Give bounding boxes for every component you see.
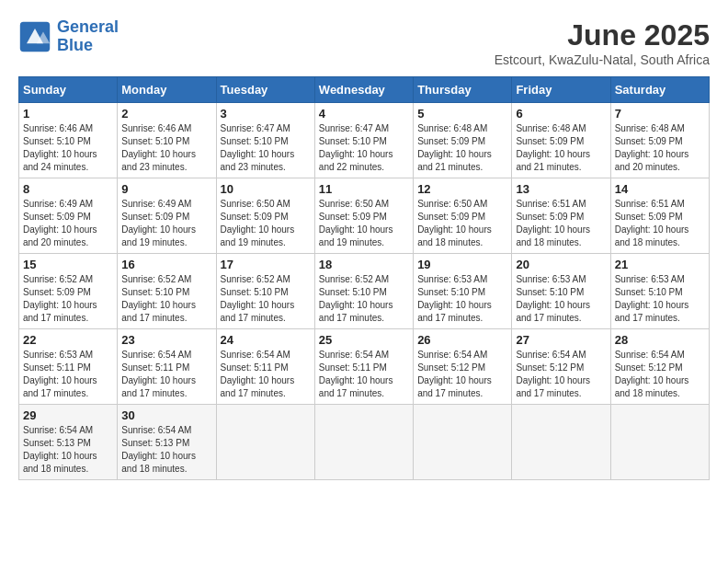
day-info: Sunrise: 6:54 AM Sunset: 5:13 PM Dayligh… bbox=[121, 424, 211, 476]
calendar-cell: 29 Sunrise: 6:54 AM Sunset: 5:13 PM Dayl… bbox=[19, 405, 118, 480]
day-number: 6 bbox=[516, 107, 606, 121]
day-number: 25 bbox=[319, 333, 409, 347]
day-number: 20 bbox=[516, 258, 606, 271]
day-info: Sunrise: 6:48 AM Sunset: 5:09 PM Dayligh… bbox=[615, 122, 705, 174]
day-info: Sunrise: 6:48 AM Sunset: 5:09 PM Dayligh… bbox=[516, 122, 606, 174]
day-number: 17 bbox=[221, 258, 311, 271]
day-number: 29 bbox=[23, 408, 113, 422]
calendar-cell: 1 Sunrise: 6:46 AM Sunset: 5:10 PM Dayli… bbox=[19, 103, 118, 178]
logo-line1: General bbox=[57, 17, 119, 36]
day-info: Sunrise: 6:52 AM Sunset: 5:10 PM Dayligh… bbox=[221, 273, 311, 325]
calendar-cell bbox=[610, 405, 709, 480]
month-title: June 2025 bbox=[495, 18, 710, 52]
calendar-cell: 20 Sunrise: 6:53 AM Sunset: 5:10 PM Dayl… bbox=[512, 254, 610, 329]
calendar-cell: 14 Sunrise: 6:51 AM Sunset: 5:09 PM Dayl… bbox=[610, 178, 709, 254]
day-info: Sunrise: 6:52 AM Sunset: 5:10 PM Dayligh… bbox=[121, 273, 211, 325]
day-number: 10 bbox=[221, 182, 311, 196]
calendar-header-wednesday: Wednesday bbox=[314, 77, 413, 103]
logo-line2: Blue bbox=[57, 36, 93, 54]
day-info: Sunrise: 6:47 AM Sunset: 5:10 PM Dayligh… bbox=[319, 122, 409, 174]
calendar-header-thursday: Thursday bbox=[414, 77, 512, 103]
day-number: 19 bbox=[417, 258, 507, 271]
day-number: 27 bbox=[516, 333, 606, 347]
day-info: Sunrise: 6:49 AM Sunset: 5:09 PM Dayligh… bbox=[121, 198, 211, 249]
calendar-cell: 17 Sunrise: 6:52 AM Sunset: 5:10 PM Dayl… bbox=[216, 254, 314, 329]
day-info: Sunrise: 6:50 AM Sunset: 5:09 PM Dayligh… bbox=[319, 198, 409, 249]
calendar-cell: 30 Sunrise: 6:54 AM Sunset: 5:13 PM Dayl… bbox=[118, 405, 216, 480]
calendar-cell: 18 Sunrise: 6:52 AM Sunset: 5:10 PM Dayl… bbox=[314, 254, 413, 329]
calendar-cell bbox=[314, 405, 413, 480]
day-info: Sunrise: 6:54 AM Sunset: 5:13 PM Dayligh… bbox=[23, 424, 113, 476]
day-info: Sunrise: 6:54 AM Sunset: 5:11 PM Dayligh… bbox=[121, 349, 211, 400]
day-info: Sunrise: 6:50 AM Sunset: 5:09 PM Dayligh… bbox=[417, 198, 507, 249]
day-info: Sunrise: 6:46 AM Sunset: 5:10 PM Dayligh… bbox=[23, 122, 113, 174]
calendar-cell: 21 Sunrise: 6:53 AM Sunset: 5:10 PM Dayl… bbox=[610, 254, 709, 329]
day-info: Sunrise: 6:53 AM Sunset: 5:11 PM Dayligh… bbox=[23, 349, 113, 400]
day-number: 16 bbox=[121, 258, 211, 271]
calendar-week-row: 8 Sunrise: 6:49 AM Sunset: 5:09 PM Dayli… bbox=[19, 178, 710, 254]
calendar-header-monday: Monday bbox=[118, 77, 216, 103]
day-number: 1 bbox=[23, 107, 113, 121]
calendar-cell: 7 Sunrise: 6:48 AM Sunset: 5:09 PM Dayli… bbox=[610, 103, 709, 178]
day-number: 23 bbox=[121, 333, 211, 347]
calendar-cell: 19 Sunrise: 6:53 AM Sunset: 5:10 PM Dayl… bbox=[414, 254, 512, 329]
day-info: Sunrise: 6:53 AM Sunset: 5:10 PM Dayligh… bbox=[417, 273, 507, 325]
day-number: 26 bbox=[417, 333, 507, 347]
calendar-header-saturday: Saturday bbox=[610, 77, 709, 103]
calendar-cell: 3 Sunrise: 6:47 AM Sunset: 5:10 PM Dayli… bbox=[216, 103, 314, 178]
calendar-header-friday: Friday bbox=[512, 77, 610, 103]
day-number: 4 bbox=[319, 107, 409, 121]
day-info: Sunrise: 6:54 AM Sunset: 5:11 PM Dayligh… bbox=[319, 349, 409, 400]
calendar-cell: 16 Sunrise: 6:52 AM Sunset: 5:10 PM Dayl… bbox=[118, 254, 216, 329]
calendar-cell: 23 Sunrise: 6:54 AM Sunset: 5:11 PM Dayl… bbox=[118, 329, 216, 405]
day-number: 3 bbox=[221, 107, 311, 121]
day-number: 15 bbox=[23, 258, 113, 271]
day-number: 7 bbox=[615, 107, 705, 121]
calendar-header-tuesday: Tuesday bbox=[216, 77, 314, 103]
calendar-header-sunday: Sunday bbox=[19, 77, 118, 103]
day-info: Sunrise: 6:54 AM Sunset: 5:12 PM Dayligh… bbox=[615, 349, 705, 400]
day-info: Sunrise: 6:51 AM Sunset: 5:09 PM Dayligh… bbox=[615, 198, 705, 249]
calendar-week-row: 15 Sunrise: 6:52 AM Sunset: 5:09 PM Dayl… bbox=[19, 254, 710, 329]
day-info: Sunrise: 6:54 AM Sunset: 5:12 PM Dayligh… bbox=[516, 349, 606, 400]
calendar-cell: 12 Sunrise: 6:50 AM Sunset: 5:09 PM Dayl… bbox=[414, 178, 512, 254]
day-number: 12 bbox=[417, 182, 507, 196]
calendar-header-row: SundayMondayTuesdayWednesdayThursdayFrid… bbox=[19, 77, 710, 103]
day-info: Sunrise: 6:50 AM Sunset: 5:09 PM Dayligh… bbox=[221, 198, 311, 249]
calendar-cell: 27 Sunrise: 6:54 AM Sunset: 5:12 PM Dayl… bbox=[512, 329, 610, 405]
calendar-cell: 10 Sunrise: 6:50 AM Sunset: 5:09 PM Dayl… bbox=[216, 178, 314, 254]
calendar-cell: 15 Sunrise: 6:52 AM Sunset: 5:09 PM Dayl… bbox=[19, 254, 118, 329]
day-number: 9 bbox=[121, 182, 211, 196]
day-info: Sunrise: 6:53 AM Sunset: 5:10 PM Dayligh… bbox=[516, 273, 606, 325]
calendar-cell: 28 Sunrise: 6:54 AM Sunset: 5:12 PM Dayl… bbox=[610, 329, 709, 405]
logo-icon bbox=[18, 20, 51, 53]
day-info: Sunrise: 6:47 AM Sunset: 5:10 PM Dayligh… bbox=[221, 122, 311, 174]
calendar-cell: 25 Sunrise: 6:54 AM Sunset: 5:11 PM Dayl… bbox=[314, 329, 413, 405]
calendar-cell: 9 Sunrise: 6:49 AM Sunset: 5:09 PM Dayli… bbox=[118, 178, 216, 254]
day-info: Sunrise: 6:52 AM Sunset: 5:09 PM Dayligh… bbox=[23, 273, 113, 325]
day-info: Sunrise: 6:46 AM Sunset: 5:10 PM Dayligh… bbox=[121, 122, 211, 174]
calendar-cell bbox=[512, 405, 610, 480]
calendar-cell: 8 Sunrise: 6:49 AM Sunset: 5:09 PM Dayli… bbox=[19, 178, 118, 254]
calendar-cell bbox=[414, 405, 512, 480]
calendar-table: SundayMondayTuesdayWednesdayThursdayFrid… bbox=[18, 76, 710, 480]
day-number: 22 bbox=[23, 333, 113, 347]
calendar-cell: 6 Sunrise: 6:48 AM Sunset: 5:09 PM Dayli… bbox=[512, 103, 610, 178]
calendar-cell: 4 Sunrise: 6:47 AM Sunset: 5:10 PM Dayli… bbox=[314, 103, 413, 178]
day-number: 21 bbox=[615, 258, 705, 271]
calendar-cell: 22 Sunrise: 6:53 AM Sunset: 5:11 PM Dayl… bbox=[19, 329, 118, 405]
day-info: Sunrise: 6:49 AM Sunset: 5:09 PM Dayligh… bbox=[23, 198, 113, 249]
day-number: 11 bbox=[319, 182, 409, 196]
logo: General Blue bbox=[18, 18, 119, 55]
day-info: Sunrise: 6:48 AM Sunset: 5:09 PM Dayligh… bbox=[417, 122, 507, 174]
day-info: Sunrise: 6:52 AM Sunset: 5:10 PM Dayligh… bbox=[319, 273, 409, 325]
calendar-cell: 24 Sunrise: 6:54 AM Sunset: 5:11 PM Dayl… bbox=[216, 329, 314, 405]
calendar-cell: 2 Sunrise: 6:46 AM Sunset: 5:10 PM Dayli… bbox=[118, 103, 216, 178]
day-number: 13 bbox=[516, 182, 606, 196]
calendar-body: 1 Sunrise: 6:46 AM Sunset: 5:10 PM Dayli… bbox=[19, 103, 710, 480]
day-number: 24 bbox=[221, 333, 311, 347]
title-area: June 2025 Estcourt, KwaZulu-Natal, South… bbox=[495, 18, 710, 67]
calendar-cell bbox=[216, 405, 314, 480]
day-info: Sunrise: 6:51 AM Sunset: 5:09 PM Dayligh… bbox=[516, 198, 606, 249]
calendar-week-row: 29 Sunrise: 6:54 AM Sunset: 5:13 PM Dayl… bbox=[19, 405, 710, 480]
